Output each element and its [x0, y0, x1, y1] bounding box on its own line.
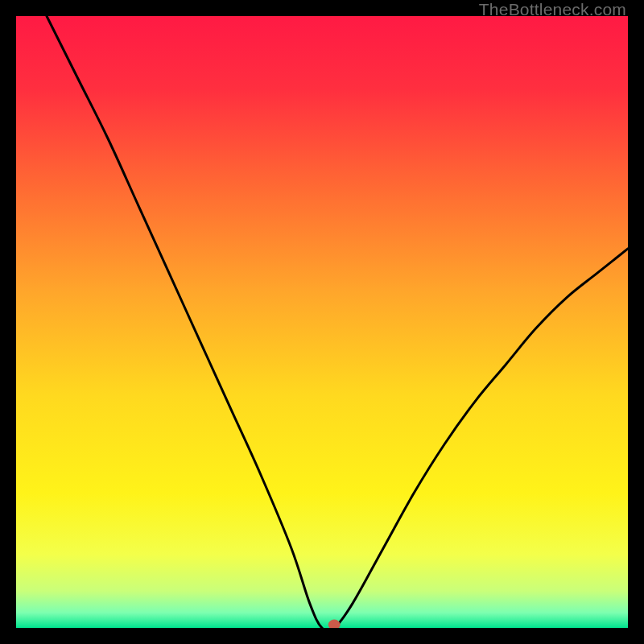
- bottleneck-chart: [16, 16, 628, 628]
- optimal-point-marker: [328, 620, 340, 628]
- plot-area: [16, 16, 628, 628]
- watermark-text: TheBottleneck.com: [479, 0, 626, 19]
